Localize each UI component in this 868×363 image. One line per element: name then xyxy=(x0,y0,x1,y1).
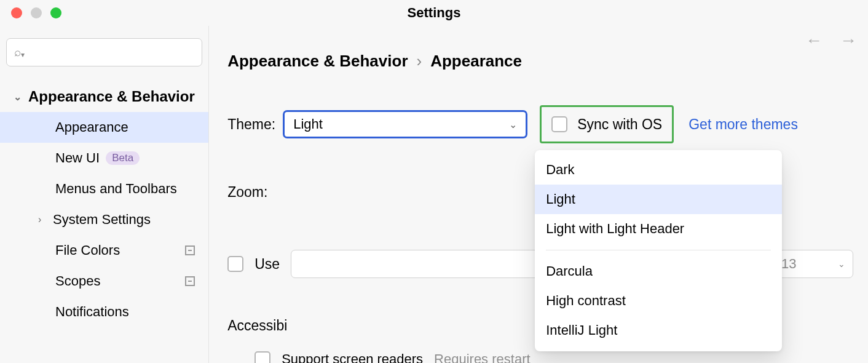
breadcrumb-separator: › xyxy=(417,52,422,71)
theme-option-dark[interactable]: Dark xyxy=(535,155,782,185)
theme-option-light[interactable]: Light xyxy=(535,185,782,214)
chevron-down-icon: ⌄ xyxy=(838,259,845,269)
sidebar-item-file-colors[interactable]: File Colors xyxy=(0,235,208,266)
theme-option-darcula[interactable]: Darcula xyxy=(535,257,782,286)
breadcrumb-page: Appearance xyxy=(430,52,522,71)
theme-option-label: Light xyxy=(546,191,575,207)
zoom-window-button[interactable] xyxy=(50,7,61,18)
theme-option-light-header[interactable]: Light with Light Header xyxy=(535,214,782,244)
sidebar-group-label: Appearance & Behavior xyxy=(28,88,195,105)
project-level-icon xyxy=(185,245,195,255)
theme-option-label: High contrast xyxy=(546,293,626,309)
theme-dropdown: Dark Light Light with Light Header Darcu… xyxy=(535,150,782,351)
window-controls xyxy=(0,7,61,18)
requires-restart-label: Requires restart xyxy=(434,351,531,363)
sidebar-item-notifications[interactable]: Notifications xyxy=(0,297,208,327)
screen-readers-label: Support screen readers xyxy=(282,351,423,363)
beta-badge: Beta xyxy=(106,151,140,165)
theme-option-label: Dark xyxy=(546,162,574,178)
breadcrumb: Appearance & Behavior › Appearance xyxy=(227,52,853,71)
theme-label: Theme: xyxy=(227,116,275,133)
sidebar-item-label: New UI xyxy=(55,150,100,166)
dropdown-separator xyxy=(546,250,771,250)
font-size-value: 13 xyxy=(781,256,796,272)
theme-option-high-contrast[interactable]: High contrast xyxy=(535,286,782,316)
sync-with-os-checkbox[interactable] xyxy=(551,116,567,132)
use-custom-font-checkbox[interactable] xyxy=(227,256,243,272)
sync-with-os-label: Sync with OS xyxy=(577,116,662,133)
sidebar-item-new-ui[interactable]: New UI Beta xyxy=(0,143,208,174)
sync-with-os-highlight: Sync with OS xyxy=(540,105,674,143)
sidebar-item-label: System Settings xyxy=(53,212,151,228)
theme-option-intellij-light[interactable]: IntelliJ Light xyxy=(535,316,782,345)
screen-readers-checkbox[interactable] xyxy=(254,351,270,363)
breadcrumb-root: Appearance & Behavior xyxy=(227,52,408,71)
minimize-window-button[interactable] xyxy=(31,7,42,18)
zoom-label: Zoom: xyxy=(227,184,267,200)
settings-tree: ⌄ Appearance & Behavior Appearance New U… xyxy=(0,81,208,327)
chevron-down-icon: ⌄ xyxy=(509,119,517,130)
titlebar: Settings xyxy=(0,0,868,26)
sidebar-item-label: Notifications xyxy=(55,304,129,320)
chevron-right-icon: › xyxy=(38,214,53,225)
sidebar-item-label: File Colors xyxy=(55,242,120,258)
sidebar: ⌕ ▾ ⌄ Appearance & Behavior Appearance N… xyxy=(0,26,209,363)
theme-option-label: Darcula xyxy=(546,263,593,279)
chevron-down-icon: ⌄ xyxy=(14,91,28,103)
search-icon: ⌕ xyxy=(14,46,21,59)
theme-select[interactable]: Light ⌄ xyxy=(283,110,527,138)
sidebar-item-label: Menus and Toolbars xyxy=(55,181,177,197)
sidebar-item-system-settings[interactable]: › System Settings xyxy=(0,204,208,235)
use-custom-font-label: Use xyxy=(254,256,280,273)
search-input[interactable]: ⌕ ▾ xyxy=(6,38,202,66)
sidebar-item-label: Appearance xyxy=(55,119,128,135)
theme-row: Theme: Light ⌄ Sync with OS Get more the… xyxy=(227,105,853,143)
close-window-button[interactable] xyxy=(11,7,22,18)
theme-option-label: IntelliJ Light xyxy=(546,322,617,338)
theme-selected-value: Light xyxy=(293,116,323,132)
search-dropdown-icon: ▾ xyxy=(21,50,25,59)
sidebar-item-menus-toolbars[interactable]: Menus and Toolbars xyxy=(0,174,208,204)
main-panel: Appearance & Behavior › Appearance Theme… xyxy=(209,26,868,363)
get-more-themes-link[interactable]: Get more themes xyxy=(688,116,798,133)
sidebar-item-appearance[interactable]: Appearance xyxy=(0,112,208,143)
theme-option-label: Light with Light Header xyxy=(546,221,684,237)
sidebar-group-appearance-behavior[interactable]: ⌄ Appearance & Behavior xyxy=(0,81,208,112)
screen-readers-row: Support screen readers Requires restart xyxy=(254,351,853,363)
sidebar-item-label: Scopes xyxy=(55,273,100,289)
window-title: Settings xyxy=(0,5,868,21)
font-size-select[interactable]: 13 ⌄ xyxy=(773,250,853,278)
sidebar-item-scopes[interactable]: Scopes xyxy=(0,266,208,297)
project-level-icon xyxy=(185,276,195,286)
